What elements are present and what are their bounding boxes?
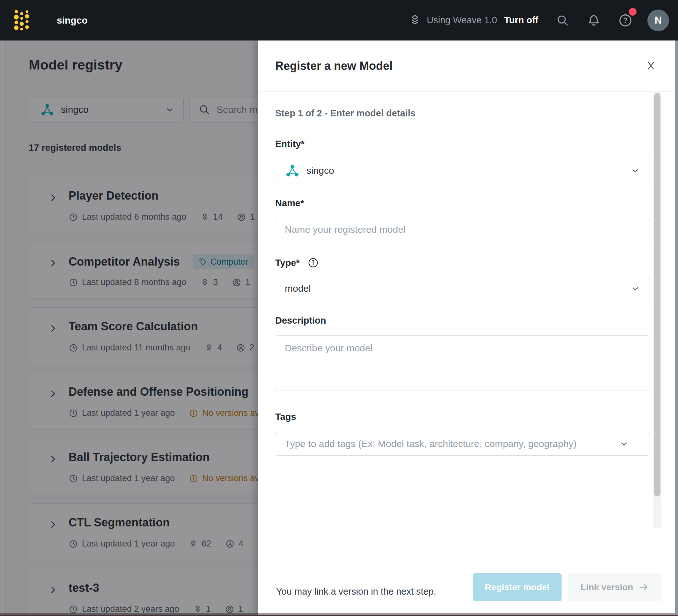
- model-description-textarea[interactable]: [275, 336, 650, 391]
- horizontal-scrollbar[interactable]: [258, 613, 678, 615]
- footer-hint: You may link a version in the next step.: [276, 577, 436, 606]
- app-screen: singco Using Weave 1.0 Turn off: [0, 0, 678, 616]
- turn-off-button[interactable]: Turn off: [504, 15, 538, 26]
- link-version-label: Link version: [581, 582, 633, 592]
- notifications-bell-icon[interactable]: [587, 13, 601, 28]
- entity-label: Entity*: [275, 139, 305, 149]
- tags-input[interactable]: [275, 432, 650, 456]
- weave-status-label: Using Weave 1.0: [427, 15, 497, 26]
- wandb-dots-logo-icon[interactable]: [11, 8, 32, 36]
- chevron-down-icon: [630, 283, 641, 294]
- notification-dot: [629, 8, 637, 15]
- register-model-button[interactable]: Register model: [473, 573, 562, 601]
- name-label: Name*: [275, 198, 304, 208]
- entity-select[interactable]: singco: [275, 159, 650, 182]
- top-navbar: singco Using Weave 1.0 Turn off: [0, 0, 678, 40]
- type-label: Type*: [275, 257, 319, 268]
- layers-icon: [408, 14, 422, 27]
- svg-text:?: ?: [623, 16, 628, 25]
- window-left-edge: [3, 40, 3, 616]
- navbar-right-group: Using Weave 1.0 Turn off ?: [408, 0, 669, 40]
- step-indicator: Step 1 of 2 - Enter model details: [275, 108, 416, 119]
- register-model-modal: Register a new Model Step 1 of 2 - Enter…: [258, 40, 678, 616]
- tags-label: Tags: [275, 412, 296, 422]
- chevron-down-icon[interactable]: [619, 438, 630, 451]
- close-icon[interactable]: [645, 60, 657, 73]
- chevron-down-icon: [630, 165, 641, 176]
- modal-header: Register a new Model: [258, 40, 678, 91]
- help-icon[interactable]: ?: [618, 13, 633, 28]
- model-name-input[interactable]: [275, 218, 650, 241]
- info-icon[interactable]: [307, 257, 319, 268]
- team-entity-icon: [286, 163, 299, 178]
- modal-title: Register a new Model: [275, 40, 392, 91]
- weave-status: Using Weave 1.0: [408, 14, 497, 27]
- window-vertical-scrollbar[interactable]: [675, 40, 678, 616]
- navbar-app-title: singco: [57, 0, 88, 40]
- link-version-button[interactable]: Link version: [568, 573, 662, 601]
- modal-scrollbar-thumb[interactable]: [654, 93, 661, 496]
- type-select[interactable]: model: [275, 277, 650, 300]
- avatar[interactable]: N: [647, 9, 669, 31]
- search-icon[interactable]: [556, 13, 570, 28]
- arrow-right-icon: [638, 582, 649, 593]
- description-label: Description: [275, 315, 326, 326]
- entity-select-value: singco: [306, 165, 334, 176]
- type-select-value: model: [285, 283, 311, 294]
